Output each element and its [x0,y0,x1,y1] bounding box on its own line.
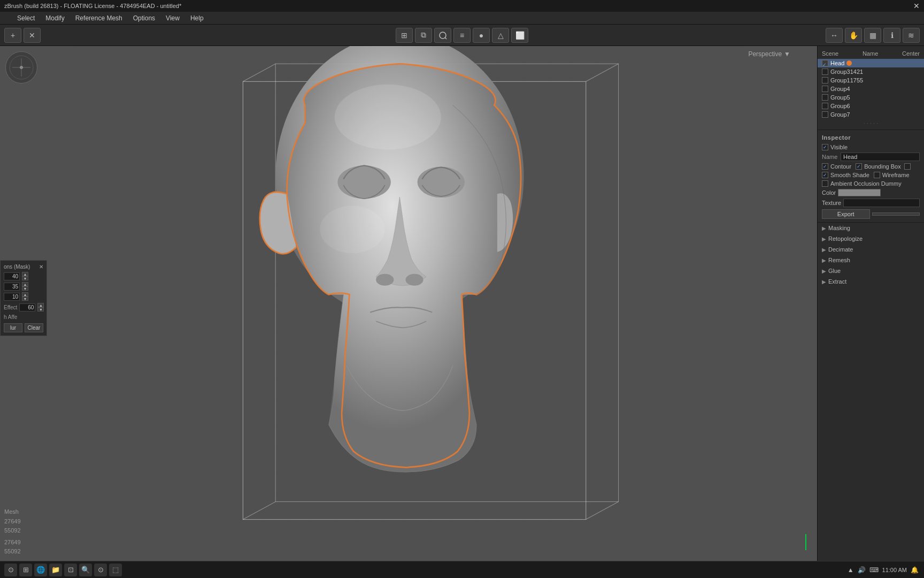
inspector-section: Inspector Visible Name Contour Bounding … [818,130,924,223]
spin-down-3[interactable]: ▼ [22,296,28,301]
tool-square[interactable]: ⬜ [511,28,528,43]
menu-modify[interactable]: Modify [41,13,68,23]
smooth-row: Smooth Shade Wireframe [818,171,924,179]
texture-input[interactable] [843,199,920,207]
tool-hand[interactable]: ✋ [845,28,862,43]
extra-checkbox[interactable] [904,163,911,170]
mask-panel-title: ons (Mask) [4,264,30,270]
viewport[interactable]: Perspective ▼ [0,46,817,561]
spin-down-1[interactable]: ▼ [22,276,28,280]
taskbar-explorer[interactable]: 📁 [49,564,62,576]
ao-checkbox[interactable] [822,180,828,187]
tool-sphere[interactable]: ● [473,28,490,43]
head-label: Head [830,60,844,66]
smooth-shade-checkbox[interactable] [822,172,828,178]
spin-up-1[interactable]: ▲ [22,272,28,276]
export-button-2[interactable] [872,212,920,216]
spin-up-2[interactable]: ▲ [22,282,28,286]
taskbar-app1[interactable]: ⊙ [94,564,107,576]
tool-cube[interactable]: ⧉ [415,28,432,43]
tool-triangle[interactable]: △ [492,28,509,43]
spin-down-effect[interactable]: ▼ [37,307,44,311]
stat-val1b: 55092 [4,526,21,536]
tool-lines[interactable]: ≡ [453,28,471,43]
menu-options[interactable]: Options [129,13,159,23]
name-label: Name [822,154,838,160]
taskbar-files[interactable]: ⊞ [19,564,32,576]
taskbar-start[interactable]: ⊙ [4,564,17,576]
visible-checkbox[interactable] [822,144,828,150]
scene-item-group6[interactable]: Group6 [818,102,924,110]
menu-help[interactable]: Help [186,13,208,23]
group11755-checkbox[interactable] [822,77,828,83]
export-button[interactable]: Export [822,209,870,219]
mask-input-3[interactable] [4,293,20,301]
contour-checkbox[interactable] [822,163,828,170]
spin-up-effect[interactable]: ▲ [37,303,44,307]
taskbar-app2[interactable]: ⬚ [109,564,122,576]
color-swatch[interactable] [838,189,881,196]
tool-grid2[interactable]: ▦ [864,28,881,43]
remesh-header[interactable]: ▶ Remesh [818,255,924,265]
glue-arrow: ▶ [822,268,826,274]
head-checkbox[interactable]: ✓ [822,60,828,66]
scene-item-group4[interactable]: Group4 [818,85,924,93]
mask-input-2[interactable] [4,283,20,291]
glue-header[interactable]: ▶ Glue [818,265,924,276]
menu-view[interactable]: View [161,13,184,23]
svg-line-1 [445,37,446,39]
scene-item-group7[interactable]: Group7 [818,110,924,119]
color-row: Color [818,188,924,197]
group7-checkbox[interactable] [822,111,828,118]
taskbar-browser[interactable]: 🌐 [34,564,47,576]
extract-header[interactable]: ▶ Extract [818,276,924,287]
scene-item-head[interactable]: ✓ Head [818,59,924,67]
menu-reference-mesh[interactable]: Reference Mesh [71,13,127,23]
scene-item-group11755[interactable]: Group11755 [818,76,924,85]
scene-item-group31421[interactable]: Group31421 [818,67,924,76]
masking-arrow: ▶ [822,225,826,231]
group5-checkbox[interactable] [822,94,828,101]
taskbar-store[interactable]: ⊡ [64,564,77,576]
menu-select[interactable]: Select [13,13,39,23]
group6-checkbox[interactable] [822,103,828,109]
toolbar-left: + ✕ [4,28,41,43]
mask-panel-close[interactable]: ✕ [39,264,43,270]
spin-down-2[interactable]: ▼ [22,286,28,291]
add-button[interactable]: + [4,28,21,43]
decimate-header[interactable]: ▶ Decimate [818,244,924,255]
decimate-label: Decimate [828,246,853,253]
bounding-box-label: Bounding Box [864,163,901,170]
taskbar-search[interactable]: 🔍 [79,564,92,576]
texture-label: Texture [822,200,841,206]
wireframe-checkbox[interactable] [874,172,880,178]
mask-panel: ons (Mask) ✕ ▲ ▼ ▲ ▼ ▲ [0,260,47,336]
mask-input-1[interactable] [4,272,20,280]
sys-notification[interactable]: 🔔 [910,565,920,575]
tool-settings[interactable]: ≋ [903,28,920,43]
masking-header[interactable]: ▶ Masking [818,223,924,233]
bounding-box-checkbox[interactable] [856,163,862,170]
tool-info[interactable]: ℹ [883,28,900,43]
scene-item-group5[interactable]: Group5 [818,93,924,102]
name-input[interactable] [841,153,920,161]
effect-input[interactable] [19,303,35,311]
clear-button[interactable]: Clear [25,323,43,332]
scene-col-name: Name [863,50,878,57]
toolbar: + ✕ ⊞ ⧉ ≡ ● △ ⬜ ↔ ✋ ▦ ℹ ≋ [0,25,924,46]
retopologize-header[interactable]: ▶ Retopologize [818,233,924,244]
group4-checkbox[interactable] [822,86,828,92]
spin-up-3[interactable]: ▲ [22,292,28,296]
inspector-title: Inspector [818,132,924,143]
close-button[interactable]: ✕ [24,28,41,43]
tool-select[interactable] [434,28,451,43]
svg-point-20 [320,206,385,253]
close-button[interactable]: ✕ [913,2,920,10]
group31421-checkbox[interactable] [822,69,828,75]
blur-button[interactable]: lur [4,323,22,332]
ao-label: Ambient Occlusion Dummy [830,180,902,187]
tool-arrows[interactable]: ↔ [826,28,843,43]
tool-grid[interactable]: ⊞ [396,28,413,43]
stat-val1a: 27649 [4,517,21,527]
menu-file[interactable] [2,17,11,19]
